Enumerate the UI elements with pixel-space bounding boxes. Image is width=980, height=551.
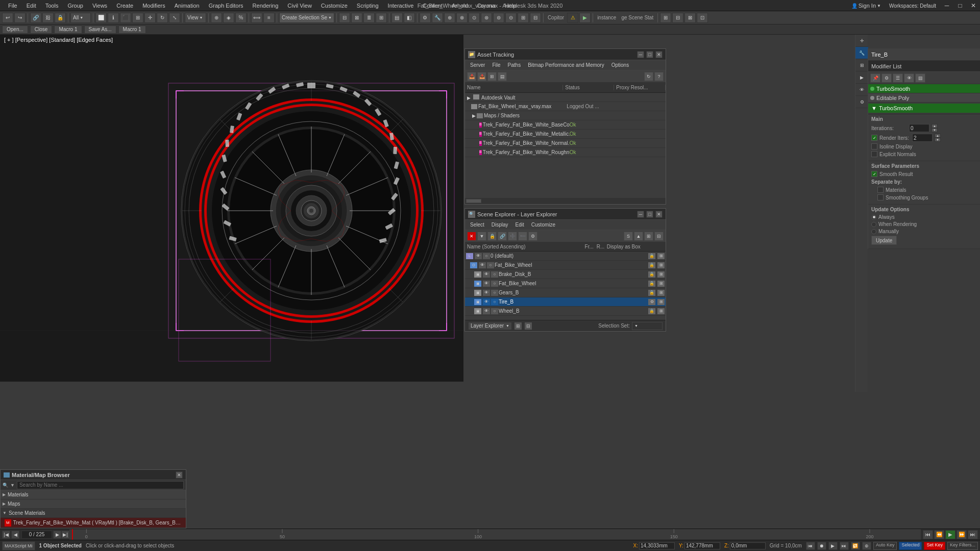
iterations-input[interactable] <box>909 124 929 132</box>
anim-end-btn[interactable]: ⏭ <box>968 530 978 539</box>
align-button[interactable]: ≡ <box>263 13 275 23</box>
layer0-vis2-icon[interactable]: ○ <box>483 253 490 259</box>
tools-btn3[interactable]: ⊕ <box>444 13 455 23</box>
se-menu-customize[interactable]: Customize <box>528 221 558 229</box>
menu-item-group[interactable]: Group <box>63 2 87 10</box>
sign-in-button[interactable]: 👤 Sign In ▼ <box>847 2 885 10</box>
open-button[interactable]: Open... <box>2 26 28 34</box>
se-row-fbw2[interactable]: ▣ 👁 ○ Fat_Bike_Wheel 🔒 ⊞ <box>465 279 666 288</box>
se-menu-display[interactable]: Display <box>488 221 511 229</box>
fbw2-render[interactable]: ⊞ <box>657 281 665 287</box>
time-tag-btn[interactable]: ⊕ <box>862 542 871 550</box>
search-input[interactable] <box>17 481 184 489</box>
mirror2-button[interactable]: ⊟ <box>339 13 350 23</box>
at-tb-btn3[interactable]: ⊞ <box>487 72 497 81</box>
at-scrollbar[interactable] <box>465 198 666 204</box>
se-row-wheel[interactable]: ▣ 👁 ○ Wheel_B 🔒 ⊞ <box>465 307 666 316</box>
render-iters-input[interactable] <box>912 134 933 142</box>
se-tb-s4[interactable]: ⊟ <box>654 232 664 241</box>
layer0-render-icon[interactable]: ⊞ <box>657 253 665 259</box>
modifier-turbosmooth[interactable]: TurboSmooth <box>868 84 980 93</box>
se-tb-close[interactable]: ✕ <box>467 232 476 241</box>
se-tb-link[interactable]: 🔗 <box>498 232 507 241</box>
menu-item-edit[interactable]: Edit <box>22 2 40 10</box>
isoline-checkbox[interactable] <box>871 143 877 149</box>
tools-btn9[interactable]: ⊞ <box>518 13 529 23</box>
fbw-vis-icon[interactable]: 👁 <box>479 262 486 268</box>
tools-btn7[interactable]: ⊜ <box>493 13 504 23</box>
render-btn3[interactable]: ⊠ <box>684 13 696 23</box>
minimize-button[interactable]: ─ <box>940 0 953 11</box>
unlink-button[interactable]: ⛓ <box>42 13 54 23</box>
workspaces-button[interactable]: Workspaces: Default <box>885 2 940 10</box>
array-button[interactable]: ⊠ <box>351 13 362 23</box>
mat-section-materials[interactable]: ▶ Materials <box>1 490 186 499</box>
anim-loop-icon[interactable]: 🔁 <box>851 542 860 550</box>
fbw-render[interactable]: ⊞ <box>657 262 665 268</box>
se-tb-lock[interactable]: 🔒 <box>487 232 497 241</box>
menu-item-tools[interactable]: Tools <box>41 2 63 10</box>
se-tb-s2[interactable]: ▲ <box>634 232 643 241</box>
move-button[interactable]: ✛ <box>144 13 156 23</box>
mat-section-scene[interactable]: ▼ Scene Materials <box>1 509 186 518</box>
fbw2-vis2[interactable]: ○ <box>491 281 498 287</box>
se-menu-edit[interactable]: Edit <box>512 221 527 229</box>
gears-render[interactable]: ⊞ <box>657 290 665 296</box>
menu-item-corona[interactable]: Corona <box>473 2 500 10</box>
mp-tb-list[interactable]: ☰ <box>893 73 903 83</box>
tl-next-frame-btn[interactable]: ▶ <box>53 531 61 539</box>
auto-key-btn[interactable]: Auto Key <box>873 542 897 550</box>
menu-item-file[interactable]: File <box>4 2 21 10</box>
se-footer-dropdown[interactable]: Layer Explorer ▼ <box>468 322 512 330</box>
scene-explorer-maximize[interactable]: □ <box>646 211 653 218</box>
fbw2-vis[interactable]: 👁 <box>483 281 490 287</box>
materials-checkbox[interactable] <box>877 187 884 193</box>
y-value[interactable]: 142,778mm <box>684 542 720 549</box>
asset-tracking-close[interactable]: ✕ <box>655 51 663 58</box>
menu-item-help[interactable]: Help <box>501 2 521 10</box>
timeline-ruler[interactable]: 0 50 100 150 200 <box>69 529 921 540</box>
render-btn4[interactable]: ⊡ <box>697 13 708 23</box>
fbw-vis2-icon[interactable]: ○ <box>487 262 494 268</box>
se-tb-settings[interactable]: ⚙ <box>528 232 537 241</box>
spacing-button[interactable]: ≣ <box>363 13 375 23</box>
at-tb-btn1[interactable]: 📥 <box>467 72 476 81</box>
snap-toggle-button[interactable]: ⊕ <box>211 13 222 23</box>
tools-btn10[interactable]: ⊟ <box>530 13 541 23</box>
selection-set-dropdown[interactable]: ▼ <box>632 322 663 330</box>
se-footer-icon2[interactable]: ⊟ <box>524 322 532 330</box>
anim-play-btn[interactable]: ▶ <box>945 530 955 539</box>
menu-item-arnold[interactable]: Arnold <box>448 2 472 10</box>
at-menu-server[interactable]: Server <box>467 61 488 69</box>
menu-item-graph-editors[interactable]: Graph Editors <box>205 2 248 10</box>
at-menu-options[interactable]: Options <box>608 61 632 69</box>
view-dropdown[interactable]: View ▼ <box>185 13 206 23</box>
modifier-editable-poly[interactable]: Editable Poly <box>868 93 980 103</box>
at-menu-file[interactable]: File <box>489 61 503 69</box>
layer0-vis-icon[interactable]: 👁 <box>475 253 482 259</box>
close-button[interactable]: ✕ <box>967 0 980 11</box>
menu-item-scripting[interactable]: Scripting <box>353 2 383 10</box>
bind-button[interactable]: 🔒 <box>55 13 66 23</box>
x-value[interactable]: 14,3033mm <box>639 542 675 549</box>
timeline-frame-display[interactable]: 0 / 225 <box>21 531 52 539</box>
menu-item-create[interactable]: Create <box>112 2 137 10</box>
rotate-button[interactable]: ↻ <box>157 13 168 23</box>
wheel-vis2[interactable]: ○ <box>491 308 498 314</box>
se-tb-del[interactable]: ➖ <box>518 232 527 241</box>
window-cross-button[interactable]: ⊞ <box>132 13 143 23</box>
macro1-2-button[interactable]: Macro 1 <box>118 26 146 34</box>
mp-tb-config[interactable]: ⚙ <box>881 73 892 83</box>
se-tb-add[interactable]: ➕ <box>508 232 517 241</box>
anim-start-btn[interactable]: ⏮ <box>923 530 933 539</box>
gears-vis2[interactable]: ○ <box>491 290 498 296</box>
wheel-render[interactable]: ⊞ <box>657 308 665 314</box>
render-iters-spinner[interactable]: ▲ ▼ <box>935 134 941 142</box>
tire-render[interactable]: ⊞ <box>657 299 665 305</box>
menu-item-interactive[interactable]: Interactive <box>384 2 418 10</box>
ri-hierarchy-icon[interactable]: ⊞ <box>855 59 868 71</box>
menu-item-modifiers[interactable]: Modifiers <box>138 2 169 10</box>
at-tb-btn2[interactable]: 📤 <box>477 72 486 81</box>
tools-btn1[interactable]: ⚙ <box>420 13 431 23</box>
se-footer-icon1[interactable]: ⊞ <box>514 322 522 330</box>
